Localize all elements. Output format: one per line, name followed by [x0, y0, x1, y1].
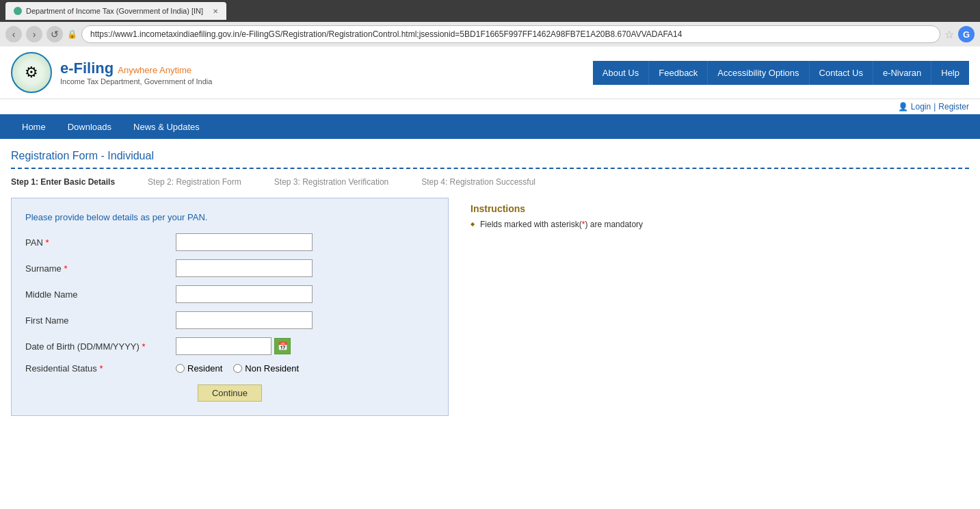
- middle-name-label: Middle Name: [25, 289, 176, 300]
- step-1: Step 1: Enter Basic Details: [11, 177, 115, 187]
- first-name-row: First Name: [25, 311, 434, 329]
- instruction-item: Fields marked with asterisk(*) are manda…: [471, 220, 651, 229]
- efiling-brand: e-Filing Anywhere Anytime Income Tax Dep…: [60, 60, 212, 86]
- main-nav: Home Downloads News & Updates: [0, 114, 980, 139]
- back-button[interactable]: ‹: [5, 26, 22, 42]
- form-panel: Please provide below details as per your…: [11, 198, 969, 416]
- login-register-row: 👤 Login | Register: [0, 99, 980, 114]
- first-name-input[interactable]: [176, 311, 313, 329]
- user-icon: 👤: [898, 102, 908, 112]
- steps-row: Step 1: Enter Basic Details Step 2: Regi…: [11, 177, 969, 187]
- dob-label: Date of Birth (DD/MM/YYYY) *: [25, 341, 176, 352]
- form-box: Please provide below details as per your…: [11, 198, 449, 416]
- about-us-link[interactable]: About Us: [593, 61, 649, 85]
- resident-radio[interactable]: [176, 364, 185, 373]
- contact-us-link[interactable]: Contact Us: [810, 61, 873, 85]
- efiling-title: e-Filing Anywhere Anytime: [60, 60, 212, 77]
- non-resident-radio[interactable]: [233, 364, 242, 373]
- form-hint: Please provide below details as per your…: [25, 212, 434, 222]
- step-3: Step 3: Registration Verification: [274, 177, 388, 187]
- help-link[interactable]: Help: [931, 61, 969, 85]
- browser-tab[interactable]: Department of Income Tax (Government of …: [5, 2, 226, 20]
- dob-row: Date of Birth (DD/MM/YYYY) * 📅: [25, 337, 434, 355]
- dob-input[interactable]: [176, 337, 272, 355]
- surname-row: Surname *: [25, 259, 434, 277]
- register-link[interactable]: Register: [938, 102, 969, 112]
- dob-required: *: [142, 341, 146, 352]
- forward-button[interactable]: ›: [26, 26, 42, 42]
- nav-news-updates[interactable]: News & Updates: [122, 114, 211, 139]
- resident-option[interactable]: Resident: [176, 363, 222, 374]
- residential-status-row: Residential Status * Resident Non Reside…: [25, 363, 434, 374]
- residential-options: Resident Non Resident: [176, 363, 299, 374]
- pan-label: PAN *: [25, 237, 176, 248]
- continue-button[interactable]: Continue: [198, 384, 262, 402]
- emblem-logo: ⚙: [11, 52, 52, 93]
- logo-area: ⚙ e-Filing Anywhere Anytime Income Tax D…: [11, 52, 212, 93]
- bookmark-icon[interactable]: ☆: [944, 28, 954, 41]
- surname-required: *: [64, 263, 67, 274]
- continue-row: Continue: [25, 384, 434, 402]
- address-input[interactable]: [81, 25, 940, 43]
- form-title: Registration Form - Individual: [11, 150, 969, 169]
- calendar-button[interactable]: 📅: [274, 338, 291, 354]
- middle-name-row: Middle Name: [25, 285, 434, 303]
- surname-label: Surname *: [25, 263, 176, 274]
- nav-home[interactable]: Home: [11, 114, 57, 139]
- residential-required: *: [99, 363, 103, 374]
- middle-name-input[interactable]: [176, 285, 313, 303]
- nav-downloads[interactable]: Downloads: [57, 114, 122, 139]
- tab-close-button[interactable]: ✕: [213, 8, 218, 15]
- e-nivaran-link[interactable]: e-Nivaran: [873, 61, 931, 85]
- residential-status-label: Residential Status *: [25, 363, 176, 374]
- lock-icon: 🔒: [67, 29, 77, 39]
- first-name-label: First Name: [25, 315, 176, 326]
- browser-chrome: Department of Income Tax (Government of …: [0, 0, 980, 22]
- tab-favicon: [14, 7, 22, 15]
- address-bar-row: ‹ › ↺ 🔒 ☆ G: [0, 22, 980, 47]
- efiling-subtitle: Income Tax Department, Government of Ind…: [60, 77, 212, 86]
- login-link[interactable]: Login: [911, 102, 931, 112]
- instructions-list: Fields marked with asterisk(*) are manda…: [471, 220, 651, 229]
- top-right-nav: About Us Feedback Accessibility Options …: [593, 61, 969, 85]
- feedback-link[interactable]: Feedback: [649, 61, 708, 85]
- content-area: Registration Form - Individual Step 1: E…: [0, 139, 980, 427]
- non-resident-option[interactable]: Non Resident: [233, 363, 299, 374]
- pan-required: *: [45, 237, 49, 248]
- tab-title: Department of Income Tax (Government of …: [26, 7, 203, 15]
- refresh-button[interactable]: ↺: [47, 26, 63, 42]
- step-2: Step 2: Registration Form: [148, 177, 241, 187]
- pan-row: PAN *: [25, 233, 434, 251]
- profile-icon[interactable]: G: [958, 26, 975, 42]
- instructions-panel: Instructions Fields marked with asterisk…: [465, 198, 657, 416]
- dob-input-group: 📅: [176, 337, 291, 355]
- top-nav: ⚙ e-Filing Anywhere Anytime Income Tax D…: [0, 47, 980, 99]
- step-4: Step 4: Registration Successful: [421, 177, 535, 187]
- page-wrapper: ⚙ e-Filing Anywhere Anytime Income Tax D…: [0, 47, 980, 509]
- instructions-title: Instructions: [471, 203, 651, 214]
- separator: |: [933, 102, 936, 112]
- pan-input[interactable]: [176, 233, 313, 251]
- surname-input[interactable]: [176, 259, 313, 277]
- accessibility-link[interactable]: Accessibility Options: [708, 61, 809, 85]
- efiling-tagline: Anywhere Anytime: [118, 65, 191, 75]
